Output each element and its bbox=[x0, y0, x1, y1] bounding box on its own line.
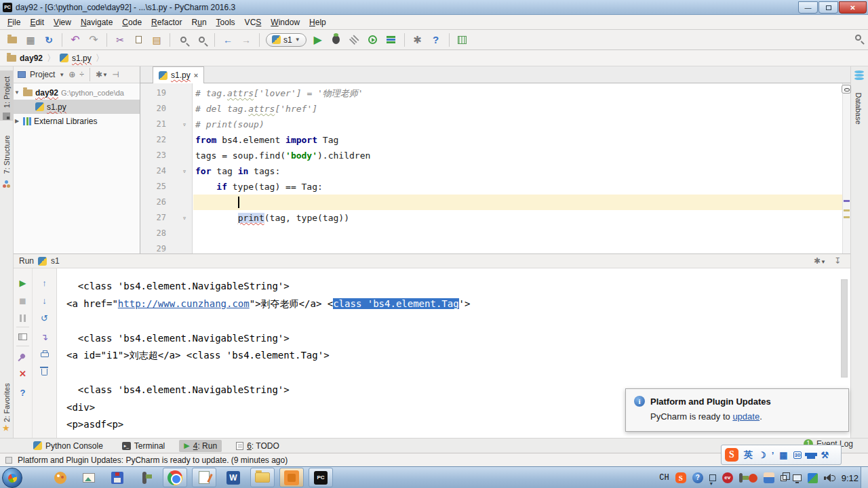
editor-code-area[interactable]: 19# tag.attrs['lover'] = '物理老师'20# del t… bbox=[140, 83, 850, 253]
editor-error-stripe[interactable] bbox=[842, 83, 850, 253]
stripe-mark[interactable] bbox=[844, 200, 850, 202]
debug-button[interactable] bbox=[330, 33, 343, 47]
panel-settings-button[interactable]: ✱▼ bbox=[96, 70, 108, 79]
ime-language-mode[interactable]: 英 bbox=[744, 449, 753, 461]
down-stack-trace-button[interactable]: ↓ bbox=[33, 293, 56, 308]
code-line-21[interactable]: 21▿# print(soup) bbox=[140, 117, 850, 132]
tray-windows-stack-icon[interactable] bbox=[781, 475, 787, 481]
stop-button[interactable]: ◼ bbox=[14, 293, 32, 308]
fold-marker-icon[interactable]: ▿ bbox=[182, 117, 186, 132]
tab-s1py[interactable]: s1.py × bbox=[153, 66, 204, 83]
search-everywhere-button[interactable] bbox=[855, 33, 861, 43]
close-tab-icon[interactable]: × bbox=[194, 71, 198, 79]
collapse-arrow-icon[interactable]: ▶ bbox=[14, 118, 20, 124]
close-run-button[interactable]: ✕ bbox=[14, 366, 32, 381]
run-settings-button[interactable]: ✱▼ bbox=[814, 256, 826, 266]
menu-tools[interactable]: Tools bbox=[212, 16, 240, 28]
locate-file-button[interactable]: ⊕ bbox=[68, 70, 75, 79]
tray-network-icon[interactable] bbox=[793, 474, 802, 481]
code-line-29[interactable]: 29 bbox=[140, 241, 850, 253]
tray-clock[interactable]: 9:12 bbox=[842, 473, 859, 483]
tray-help-icon[interactable]: ? bbox=[692, 472, 703, 483]
toolwindow-button-project[interactable]: 1: Project bbox=[3, 77, 11, 108]
taskbar-word-app[interactable]: W bbox=[226, 471, 240, 485]
run-configuration-select[interactable]: s1 ▼ bbox=[266, 33, 307, 47]
menu-window[interactable]: Window bbox=[266, 16, 304, 28]
replace-button[interactable] bbox=[195, 33, 208, 47]
soft-wrap-button[interactable]: ↺ bbox=[33, 310, 56, 325]
menu-refactor[interactable]: Refactor bbox=[146, 16, 186, 28]
title-bar[interactable]: PC day92 - [G:\python_code\day92] - ...\… bbox=[0, 0, 868, 15]
tray-spreadsheet-icon[interactable] bbox=[808, 473, 818, 483]
taskbar-capture-app[interactable] bbox=[142, 472, 146, 484]
code-line-28[interactable]: 28 bbox=[140, 226, 850, 241]
code-line-24[interactable]: 24▿for tag in tags: bbox=[140, 163, 850, 179]
concurrency-button[interactable] bbox=[384, 33, 398, 47]
code-line-22[interactable]: 22from bs4.element import Tag bbox=[140, 132, 850, 148]
taskbar-palette-app[interactable] bbox=[54, 472, 66, 484]
redo-button[interactable]: ↷ bbox=[87, 33, 100, 47]
code-line-19[interactable]: 19# tag.attrs['lover'] = '物理老师' bbox=[140, 85, 850, 101]
update-link[interactable]: update bbox=[732, 411, 760, 422]
open-button[interactable] bbox=[5, 33, 19, 47]
menu-edit[interactable]: Edit bbox=[25, 16, 49, 28]
tray-ev-icon[interactable]: ev bbox=[722, 472, 733, 483]
ime-skin30-icon[interactable]: 30 bbox=[793, 451, 802, 459]
tray-record-icon[interactable] bbox=[749, 474, 757, 483]
taskbar-explorer-app[interactable] bbox=[250, 468, 275, 487]
find-button[interactable] bbox=[176, 33, 190, 47]
minimize-button[interactable]: — bbox=[798, 1, 818, 14]
hide-panel-button[interactable]: ⊣ bbox=[112, 70, 119, 79]
undo-button[interactable]: ↶ bbox=[68, 33, 82, 47]
breadcrumb-item-s1[interactable]: s1.py bbox=[60, 54, 92, 63]
collapse-all-button[interactable]: ÷ bbox=[79, 70, 84, 79]
menu-code[interactable]: Code bbox=[117, 16, 146, 28]
toolwindow-4-run[interactable]: ▶4: Run bbox=[179, 440, 222, 452]
code-line-20[interactable]: 20# del tag.attrs['href'] bbox=[140, 101, 850, 117]
clear-all-button[interactable] bbox=[33, 365, 56, 380]
ime-skin-icon[interactable] bbox=[807, 451, 815, 459]
taskbar-floppy-app[interactable] bbox=[111, 472, 123, 484]
taskbar-chrome-app[interactable] bbox=[163, 468, 187, 487]
stripe-mark[interactable] bbox=[844, 216, 850, 218]
back-button[interactable]: ← bbox=[221, 33, 235, 47]
start-button[interactable] bbox=[2, 468, 22, 488]
taskbar-sublime-app[interactable] bbox=[279, 468, 304, 487]
breadcrumb-item-day92[interactable]: day92 bbox=[7, 54, 43, 63]
forward-button[interactable]: → bbox=[239, 33, 253, 47]
inspections-eye-icon[interactable] bbox=[842, 85, 851, 94]
tray-capture-icon[interactable] bbox=[739, 473, 743, 483]
code-line-26[interactable]: 26 bbox=[140, 195, 850, 210]
pin-tab-button[interactable] bbox=[14, 348, 32, 363]
coverage-button[interactable] bbox=[348, 33, 361, 47]
toolwindow-button-favorites[interactable]: 2: Favorites bbox=[3, 383, 11, 422]
tree-row-s1py[interactable]: s1.py bbox=[14, 100, 140, 114]
save-button[interactable]: ▦ bbox=[24, 33, 37, 47]
tray-sogou-icon[interactable]: S bbox=[675, 472, 686, 483]
fold-marker-icon[interactable]: ▿ bbox=[182, 210, 186, 226]
sync-button[interactable]: ↻ bbox=[42, 33, 56, 47]
scroll-to-end-button[interactable]: ↴ bbox=[33, 329, 56, 344]
menu-navigate[interactable]: Navigate bbox=[76, 16, 117, 28]
tray-qq-icon[interactable] bbox=[764, 472, 774, 483]
code-line-27[interactable]: 27▿ print(tag, type(tag)) bbox=[140, 210, 850, 226]
show-desktop-button[interactable] bbox=[861, 467, 868, 488]
menu-view[interactable]: View bbox=[49, 16, 76, 28]
show-hidden-icons-button[interactable] bbox=[709, 474, 716, 481]
tree-row-external-libraries[interactable]: ▶ External Libraries bbox=[14, 114, 140, 128]
cut-button[interactable]: ✂ bbox=[113, 33, 127, 47]
tray-language-indicator[interactable]: CH bbox=[659, 473, 669, 483]
ime-fullhalf-icon[interactable]: ☽ bbox=[758, 450, 766, 460]
rerun-button[interactable]: ▶ bbox=[14, 275, 32, 290]
paste-button[interactable]: ▤ bbox=[150, 33, 163, 47]
taskbar-pycharm-app[interactable]: PC bbox=[309, 468, 333, 487]
sogou-logo-icon[interactable]: S bbox=[725, 448, 738, 462]
toolwindow-python-console[interactable]: Python Console bbox=[28, 440, 108, 452]
scrollbar-thumb[interactable] bbox=[841, 279, 848, 378]
run-help-button[interactable]: ? bbox=[14, 385, 32, 400]
fold-marker-icon[interactable]: ▿ bbox=[182, 163, 186, 179]
status-message[interactable]: Platform and Plugin Updates: PyCharm is … bbox=[18, 455, 288, 465]
restore-layout-button[interactable] bbox=[14, 329, 32, 344]
close-button[interactable]: ✕ bbox=[839, 1, 867, 14]
hide-run-panel-button[interactable]: ↧ bbox=[834, 256, 841, 266]
